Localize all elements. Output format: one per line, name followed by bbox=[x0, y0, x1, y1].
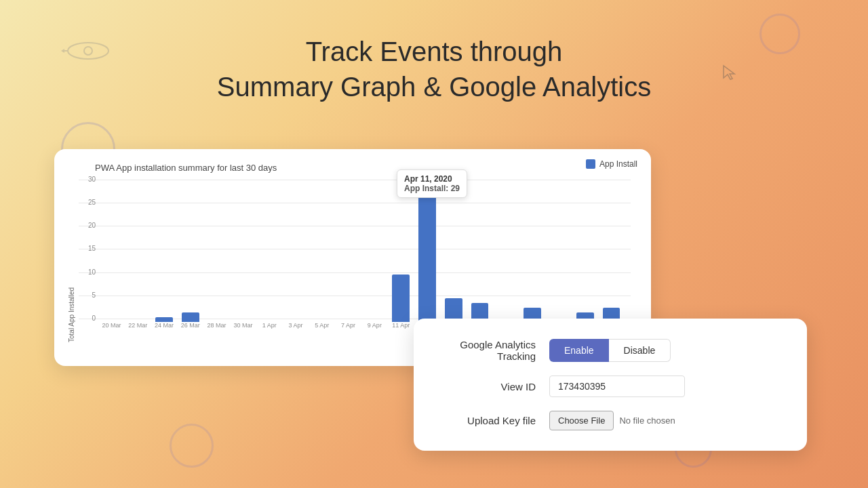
view-id-row: View ID bbox=[441, 375, 780, 397]
page-title: Track Events through Summary Graph & Goo… bbox=[0, 34, 868, 104]
bar bbox=[182, 312, 199, 322]
chart-inner: 30 25 20 15 10 5 0 20 Mar22 Mar24 Mar26 … bbox=[79, 180, 631, 342]
bar-group bbox=[362, 180, 387, 322]
bar-group bbox=[415, 180, 440, 322]
disable-button[interactable]: Disable bbox=[609, 339, 671, 362]
chart-area: Total App Installed 30 25 20 15 10 5 0 2… bbox=[68, 180, 631, 342]
bar bbox=[155, 317, 173, 322]
bar-group bbox=[467, 180, 492, 322]
upload-key-row: Upload Key file Choose File No file chos… bbox=[441, 411, 780, 430]
no-file-text: No file chosen bbox=[619, 415, 675, 426]
bar-group bbox=[231, 180, 256, 322]
x-label: 5 Apr bbox=[309, 322, 334, 329]
x-label: 11 Apr bbox=[389, 322, 414, 329]
bar-group bbox=[599, 180, 624, 322]
view-id-input[interactable] bbox=[549, 375, 685, 397]
x-label: 30 Mar bbox=[231, 322, 256, 329]
x-label: 20 Mar bbox=[99, 322, 124, 329]
file-input-wrapper: Choose File No file chosen bbox=[549, 411, 675, 430]
bar-group bbox=[336, 180, 361, 322]
analytics-card: Google Analytics Tracking Enable Disable… bbox=[414, 319, 807, 451]
choose-file-button[interactable]: Choose File bbox=[549, 411, 614, 430]
x-label: 1 Apr bbox=[257, 322, 282, 329]
bar-group bbox=[283, 180, 309, 322]
bar-group bbox=[309, 180, 334, 322]
bars-container bbox=[99, 180, 624, 322]
bar-group bbox=[125, 180, 151, 322]
x-label: 22 Mar bbox=[125, 322, 151, 329]
tracking-label: Google Analytics Tracking bbox=[441, 339, 536, 362]
x-label: 7 Apr bbox=[336, 322, 361, 329]
chart-title: PWA App installation summary for last 30… bbox=[95, 163, 631, 173]
bar-group bbox=[257, 180, 282, 322]
tooltip-date: Apr 11, 2020 bbox=[404, 174, 460, 184]
enable-button[interactable]: Enable bbox=[549, 339, 609, 362]
bar-group bbox=[441, 180, 466, 322]
x-label: 26 Mar bbox=[178, 322, 203, 329]
analytics-tracking-row: Google Analytics Tracking Enable Disable bbox=[441, 339, 780, 362]
x-label: 3 Apr bbox=[283, 322, 309, 329]
tracking-toggle-group: Enable Disable bbox=[549, 339, 671, 362]
x-label: 9 Apr bbox=[362, 322, 387, 329]
bar-group bbox=[520, 180, 545, 322]
x-label: 28 Mar bbox=[204, 322, 229, 329]
bar-group bbox=[389, 180, 414, 322]
chart-legend: App Install bbox=[586, 159, 637, 169]
bar-group bbox=[494, 180, 519, 322]
bar-group bbox=[547, 180, 572, 322]
bar-group bbox=[204, 180, 229, 322]
bar-group bbox=[572, 180, 597, 322]
tooltip-value: App Install: 29 bbox=[404, 184, 460, 193]
bar bbox=[392, 274, 410, 322]
x-label: 24 Mar bbox=[152, 322, 177, 329]
bar-group bbox=[178, 180, 203, 322]
chart-tooltip: Apr 11, 2020 App Install: 29 bbox=[397, 169, 467, 198]
y-axis-label: Total App Installed bbox=[68, 180, 75, 342]
bar bbox=[418, 184, 436, 322]
upload-label: Upload Key file bbox=[441, 415, 536, 426]
legend-label: App Install bbox=[599, 159, 637, 169]
view-id-label: View ID bbox=[441, 381, 536, 392]
legend-color-box bbox=[586, 159, 595, 169]
bar-group bbox=[99, 180, 124, 322]
bar-group bbox=[152, 180, 177, 322]
